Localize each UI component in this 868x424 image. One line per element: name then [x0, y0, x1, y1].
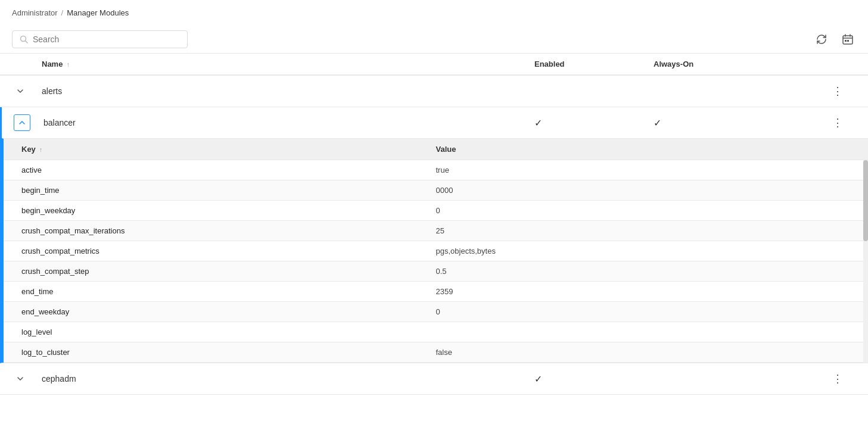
key-active: active: [21, 166, 436, 174]
col-header-name: Name ↑: [42, 60, 534, 68]
value-col-label: Value: [436, 145, 851, 154]
col-header-always-on: Always-On: [654, 60, 832, 68]
name-sort-icon[interactable]: ↑: [66, 61, 70, 68]
chevron-down-icon-cephadm: [17, 375, 24, 382]
key-col-label: Key: [21, 145, 36, 154]
collapse-alerts-button[interactable]: [12, 83, 29, 99]
value-log-level: [436, 328, 851, 336]
module-row-header-alerts[interactable]: alerts ⋮: [0, 76, 868, 107]
sub-row-crush-compat-step: crush_compat_step 0.5: [4, 261, 868, 282]
sub-row-end-time: end_time 2359: [4, 282, 868, 302]
module-row-balancer: balancer ✓ ✓ ⋮ Key ↑ Value activ: [0, 107, 868, 363]
modules-table: Name ↑ Enabled Always-On alerts ⋮: [0, 54, 868, 395]
search-icon: [20, 35, 28, 43]
sub-row-begin-weekday: begin_weekday 0: [4, 201, 868, 221]
balancer-enabled-check: ✓: [534, 118, 542, 128]
key-begin-weekday: begin_weekday: [21, 206, 436, 215]
key-end-weekday: end_weekday: [21, 307, 436, 316]
value-end-time: 2359: [436, 287, 851, 296]
calendar-icon: [842, 33, 854, 45]
search-box[interactable]: [12, 30, 188, 48]
balancer-sub-table: Key ↑ Value active true begin_time 0000 …: [2, 138, 868, 363]
key-crush-compat-max-iterations: crush_compat_max_iterations: [21, 226, 436, 235]
alerts-more-icon[interactable]: ⋮: [832, 85, 843, 97]
balancer-more-icon[interactable]: ⋮: [832, 117, 843, 129]
value-crush-compat-metrics: pgs,objects,bytes: [436, 247, 851, 255]
chevron-down-icon: [17, 88, 24, 95]
sub-row-crush-compat-max-iterations: crush_compat_max_iterations 25: [4, 221, 868, 241]
breadcrumb-current: Manager Modules: [67, 8, 129, 17]
sub-row-active: active true: [4, 160, 868, 180]
key-crush-compat-metrics: crush_compat_metrics: [21, 247, 436, 255]
module-name-cephadm: cephadm: [42, 374, 534, 384]
value-end-weekday: 0: [436, 307, 851, 316]
toolbar: [0, 26, 868, 54]
sub-row-end-weekday: end_weekday 0: [4, 302, 868, 322]
table-header: Name ↑ Enabled Always-On: [0, 54, 868, 76]
key-begin-time: begin_time: [21, 186, 436, 195]
module-row-header-balancer[interactable]: balancer ✓ ✓ ⋮: [2, 107, 868, 138]
cephadm-more-icon[interactable]: ⋮: [832, 373, 843, 385]
module-row-alerts: alerts ⋮: [0, 76, 868, 107]
search-input[interactable]: [33, 35, 180, 44]
col-header-enabled: Enabled: [534, 60, 654, 68]
chevron-up-icon: [18, 119, 26, 126]
sub-row-crush-compat-metrics: crush_compat_metrics pgs,objects,bytes: [4, 241, 868, 261]
svg-rect-4: [847, 40, 849, 42]
collapse-cephadm-button[interactable]: [12, 370, 29, 387]
key-log-to-cluster: log_to_cluster: [21, 348, 436, 357]
sub-row-log-level: log_level: [4, 322, 868, 342]
calendar-button[interactable]: [839, 31, 856, 48]
value-active: true: [436, 166, 851, 174]
svg-line-1: [26, 41, 28, 43]
svg-rect-3: [845, 40, 847, 42]
balancer-always-on-check: ✓: [654, 118, 661, 128]
module-row-header-cephadm[interactable]: cephadm ✓ ⋮: [0, 363, 868, 394]
value-crush-compat-step: 0.5: [436, 267, 851, 276]
breadcrumb: Administrator / Manager Modules: [0, 0, 868, 26]
key-sort-icon[interactable]: ↑: [39, 146, 43, 153]
module-name-balancer: balancer: [43, 118, 534, 127]
scrollbar-thumb[interactable]: [863, 160, 868, 241]
breadcrumb-parent[interactable]: Administrator: [12, 8, 58, 17]
toolbar-actions: [813, 31, 856, 48]
refresh-icon: [816, 33, 827, 45]
sub-row-begin-time: begin_time 0000: [4, 180, 868, 201]
sub-table-header: Key ↑ Value: [4, 139, 868, 160]
sub-row-log-to-cluster: log_to_cluster false: [4, 342, 868, 363]
breadcrumb-separator: /: [61, 8, 64, 17]
value-log-to-cluster: false: [436, 348, 851, 357]
value-crush-compat-max-iterations: 25: [436, 226, 851, 235]
scrollbar-track[interactable]: [863, 160, 868, 363]
cephadm-enabled-check: ✓: [534, 374, 542, 384]
refresh-button[interactable]: [813, 31, 830, 48]
key-end-time: end_time: [21, 287, 436, 296]
collapse-balancer-button[interactable]: [14, 114, 30, 131]
value-begin-weekday: 0: [436, 206, 851, 215]
key-crush-compat-step: crush_compat_step: [21, 267, 436, 276]
key-log-level: log_level: [21, 328, 436, 336]
module-name-alerts: alerts: [42, 86, 534, 96]
value-begin-time: 0000: [436, 186, 851, 195]
module-row-cephadm: cephadm ✓ ⋮: [0, 363, 868, 395]
